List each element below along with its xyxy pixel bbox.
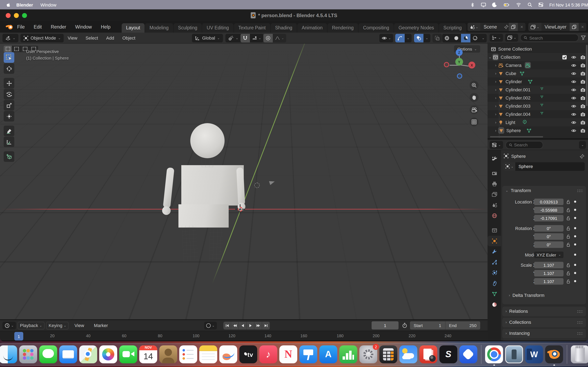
dock-maps[interactable] (79, 345, 97, 363)
dock-word[interactable]: W (525, 345, 543, 363)
hide-eye-icon[interactable] (571, 63, 577, 68)
tool-transform[interactable] (4, 111, 14, 122)
viewport-menu-add[interactable]: Add (102, 35, 118, 40)
editor-type-dropdown[interactable]: ⌄ (2, 34, 18, 42)
viewlayer-selector[interactable]: ⌄ ViewLayer × (528, 23, 586, 31)
light-object-gizmo[interactable] (254, 183, 260, 188)
outliner-scrollbar[interactable] (586, 45, 588, 106)
dock-calculator[interactable] (379, 345, 397, 363)
scale-y-field[interactable]: 1.107 (534, 270, 563, 276)
rotation-z-field[interactable]: 0° (534, 241, 563, 248)
tab-scene[interactable] (488, 200, 501, 210)
animate-dot[interactable] (574, 209, 576, 211)
rotation-x-field[interactable]: 0° (534, 225, 563, 231)
timeline-playhead[interactable]: 1 (14, 332, 23, 341)
render-visibility-icon[interactable] (580, 120, 586, 125)
collection-checkbox[interactable] (562, 54, 567, 60)
gizmo-axis-x-neg[interactable] (444, 62, 449, 67)
focus-moon-icon[interactable] (492, 2, 497, 7)
shading-material-button[interactable] (461, 34, 470, 42)
relations-panel[interactable]: ›Relations (502, 307, 586, 317)
model-head-sphere[interactable] (190, 123, 225, 158)
panel-grip[interactable] (577, 321, 583, 324)
tab-physics[interactable] (488, 267, 501, 278)
spotlight-search-icon[interactable] (527, 2, 532, 7)
select-mode-extend[interactable] (12, 46, 21, 52)
auto-keyframe-toggle[interactable]: ⌄ (204, 322, 217, 329)
rotation-mode-dropdown[interactable]: XYZ Euler⌄ (534, 251, 563, 258)
blender-logo-icon[interactable] (6, 25, 13, 29)
mesh-data-icon[interactable] (540, 103, 544, 107)
lock-icon[interactable] (566, 234, 571, 239)
tab-collection[interactable] (488, 225, 501, 236)
play-button[interactable] (247, 322, 254, 329)
dock-news[interactable]: N (279, 345, 297, 363)
viewlayer-name[interactable]: ViewLayer (541, 25, 570, 29)
outliner-filter-collection-dropdown[interactable]: ⌄ (505, 34, 518, 42)
dock-finder[interactable] (0, 345, 17, 363)
play-reverse-button[interactable] (239, 322, 247, 329)
pivot-point-dropdown[interactable]: ⌄ (225, 34, 241, 42)
tab-view-layer[interactable] (488, 189, 501, 200)
dock-music[interactable]: ♪ (259, 345, 277, 363)
proportional-falloff-dropdown[interactable]: ⌄ (273, 34, 286, 42)
mesh-data-icon[interactable] (540, 95, 544, 99)
tab-object[interactable] (488, 236, 501, 246)
tab-constraints[interactable] (488, 278, 501, 289)
outliner-search-input[interactable] (529, 35, 575, 40)
battery-icon[interactable] (503, 2, 510, 8)
shading-solid-button[interactable] (452, 34, 461, 42)
viewport-zoom-button[interactable] (470, 81, 479, 90)
transform-panel-header[interactable]: ⌄ Transform (502, 186, 586, 195)
wifi-icon[interactable] (516, 2, 521, 7)
render-visibility-icon[interactable] (580, 63, 586, 68)
shading-dropdown[interactable]: ⌄ (480, 34, 486, 42)
tab-texture-paint[interactable]: Texture Paint (234, 23, 270, 33)
outliner-row-light[interactable]: › Light (488, 118, 588, 126)
instancing-panel[interactable]: ›Instancing (502, 329, 586, 338)
hide-eye-icon[interactable] (571, 95, 577, 100)
bluetooth-icon[interactable] (470, 2, 475, 7)
lock-icon[interactable] (566, 262, 571, 267)
model-torso[interactable] (181, 165, 244, 206)
gizmo-dropdown[interactable]: ⌄ (405, 34, 411, 42)
animate-dot[interactable] (574, 227, 576, 229)
properties-search-input[interactable] (514, 142, 540, 147)
tab-render[interactable] (488, 168, 501, 179)
keying-menu[interactable]: Keying⌄ (46, 322, 69, 329)
outliner-row-camera[interactable]: › Camera (488, 61, 588, 69)
render-visibility-icon[interactable] (580, 71, 586, 76)
lock-icon[interactable] (566, 226, 571, 231)
hide-eye-icon[interactable] (571, 71, 577, 76)
render-visibility-icon[interactable] (580, 111, 586, 117)
tab-modifiers[interactable] (488, 246, 501, 257)
dock-chrome[interactable] (485, 345, 503, 363)
location-z-field[interactable]: -0.17091 (534, 215, 563, 221)
scale-z-field[interactable]: 1.107 (534, 278, 563, 284)
dock-minimized-window[interactable] (505, 345, 523, 363)
gizmo-axis-z[interactable]: Z (456, 49, 463, 56)
show-overlays-toggle[interactable] (414, 34, 424, 42)
next-keyframe-button[interactable] (254, 322, 262, 329)
xray-toggle[interactable] (432, 34, 442, 42)
outliner-row-collection[interactable]: ⌄ Collection (488, 53, 588, 61)
hide-eye-icon[interactable] (571, 54, 577, 60)
object-visibility-dropdown[interactable]: ⌄ (379, 34, 393, 42)
viewlayer-icon[interactable]: ⌄ (528, 23, 541, 31)
delete-viewlayer-button[interactable]: × (579, 25, 586, 29)
new-scene-button[interactable] (509, 23, 518, 31)
animate-dot[interactable] (574, 235, 576, 237)
animate-dot[interactable] (574, 272, 576, 274)
end-frame-field[interactable]: End250 (445, 323, 480, 328)
tool-annotate[interactable] (4, 125, 14, 136)
tab-modeling[interactable]: Modeling (145, 23, 173, 33)
expand-icon[interactable]: › (493, 120, 498, 124)
model-left-leg[interactable] (182, 225, 198, 261)
tool-measure[interactable] (4, 137, 14, 147)
select-mode-new[interactable] (4, 46, 12, 52)
start-frame-field[interactable]: Start1 (410, 323, 445, 328)
tool-move[interactable] (4, 78, 14, 89)
menu-render[interactable]: Render (46, 25, 71, 29)
outliner-row-sphere[interactable]: › Sphere (488, 126, 588, 134)
dock-photo-booth[interactable] (419, 345, 437, 363)
